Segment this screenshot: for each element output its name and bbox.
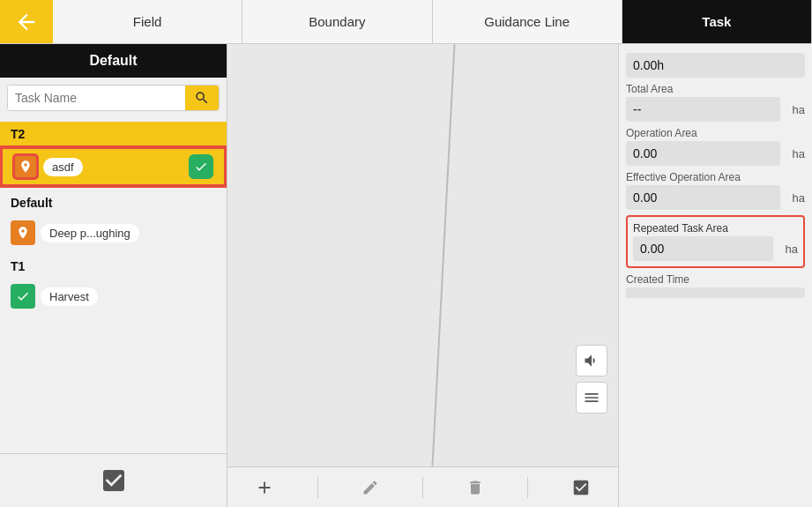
created-time-value (626, 287, 805, 298)
time-value: 0.00h (626, 53, 805, 78)
task-label-asdf: asdf (43, 158, 83, 176)
tab-guidance[interactable]: Guidance Line (433, 0, 622, 43)
map-add-button[interactable] (244, 473, 285, 503)
header: Field Boundary Guidance Line Task (0, 0, 812, 44)
task-icon-orange-deep (11, 220, 35, 245)
time-stat: 0.00h (626, 51, 805, 78)
footer-divider-3 (527, 477, 528, 498)
map-tool-sound[interactable] (576, 345, 607, 377)
tab-task[interactable]: Task (622, 0, 812, 43)
task-group-t2: T2 asdf (0, 122, 227, 187)
task-item-harvest[interactable]: Harvest (0, 279, 227, 314)
effective-area-stat: Effective Operation Area 0.00 ha (626, 171, 805, 210)
effective-area-label: Effective Operation Area (626, 171, 805, 183)
right-panel: 0.00h Total Area -- ha Operation Area 0.… (618, 44, 812, 507)
map-tools (576, 345, 607, 414)
operation-area-row: 0.00 ha (626, 141, 805, 166)
map-edit-button[interactable] (351, 473, 390, 502)
nav-tabs: Field Boundary Guidance Line Task (53, 0, 812, 43)
map-tool-layers[interactable] (576, 382, 607, 414)
task-check-asdf (189, 154, 213, 179)
repeated-task-label: Repeated Task Area (633, 222, 798, 235)
search-button[interactable] (185, 86, 219, 110)
left-panel-footer (0, 453, 227, 507)
effective-area-unit: ha (784, 191, 805, 205)
repeated-task-unit: ha (777, 242, 798, 256)
tab-field[interactable]: Field (53, 0, 242, 43)
effective-area-row: 0.00 ha (626, 185, 805, 210)
operation-area-value: 0.00 (626, 141, 780, 166)
left-panel: Default T2 asdf (0, 44, 227, 507)
task-item-asdf[interactable]: asdf (0, 146, 227, 187)
total-area-row: -- ha (626, 97, 805, 122)
map-area (227, 44, 618, 466)
task-item-deep[interactable]: Deep p...ughing (0, 215, 227, 250)
body: Default T2 asdf (0, 44, 812, 507)
map-complete-button[interactable] (561, 473, 601, 503)
search-bar (7, 85, 220, 111)
total-area-value: -- (626, 97, 780, 122)
created-time-label: Created Time (626, 273, 805, 286)
task-group-default: Default Deep p...ughing (0, 190, 227, 250)
left-panel-title: Default (0, 44, 227, 78)
operation-area-label: Operation Area (626, 127, 805, 139)
task-icon-orange (13, 154, 38, 179)
map-line (431, 44, 455, 466)
task-group-t2-name: T2 (11, 127, 25, 141)
back-button[interactable] (0, 0, 53, 43)
task-group-t1: T1 Harvest (0, 254, 227, 314)
map-delete-button[interactable] (456, 473, 495, 502)
task-list: T2 asdf Default (0, 118, 227, 453)
task-icon-green-harvest (11, 284, 35, 309)
footer-divider-1 (317, 477, 318, 498)
created-time-stat: Created Time (626, 273, 805, 298)
complete-button[interactable] (96, 463, 131, 498)
effective-area-value: 0.00 (626, 185, 780, 210)
task-group-t1-header[interactable]: T1 (0, 254, 227, 279)
map-footer (227, 466, 618, 507)
total-area-stat: Total Area -- ha (626, 83, 805, 122)
map-panel (227, 44, 618, 507)
footer-divider-2 (422, 477, 423, 498)
task-label-deep: Deep p...ughing (41, 224, 139, 242)
task-group-default-header[interactable]: Default (0, 190, 227, 215)
repeated-task-section: Repeated Task Area 0.00 ha (626, 215, 805, 268)
tab-boundary[interactable]: Boundary (242, 0, 432, 43)
total-area-label: Total Area (626, 83, 805, 95)
task-group-t2-header[interactable]: T2 (0, 122, 227, 146)
repeated-task-row: 0.00 ha (633, 236, 798, 261)
task-label-harvest: Harvest (41, 287, 98, 306)
search-input[interactable] (8, 86, 185, 110)
operation-area-stat: Operation Area 0.00 ha (626, 127, 805, 166)
operation-area-unit: ha (784, 147, 805, 160)
total-area-unit: ha (784, 103, 805, 116)
repeated-task-value: 0.00 (633, 236, 773, 261)
